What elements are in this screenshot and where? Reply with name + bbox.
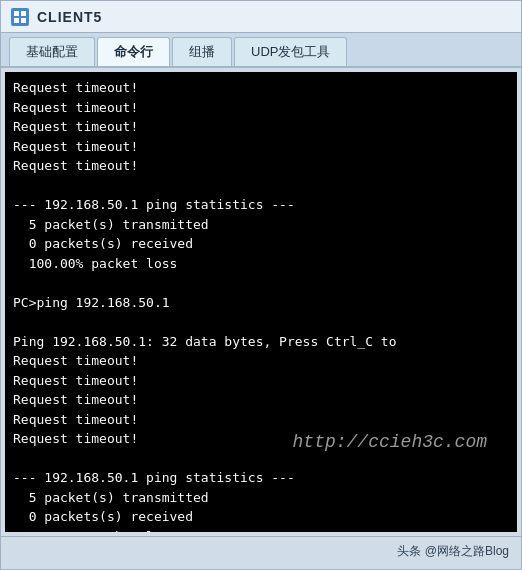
title-bar: CLIENT5 [1,1,521,33]
window-icon [11,8,29,26]
terminal-text: Request timeout! Request timeout! Reques… [13,78,509,532]
window: CLIENT5 基础配置 命令行 组播 UDP发包工具 Request time… [0,0,522,570]
svg-rect-3 [21,18,26,23]
tab-basic[interactable]: 基础配置 [9,37,95,66]
tab-udp[interactable]: UDP发包工具 [234,37,347,66]
tab-cmd[interactable]: 命令行 [97,37,170,66]
svg-rect-0 [14,11,19,16]
window-title: CLIENT5 [37,9,102,25]
tab-bar: 基础配置 命令行 组播 UDP发包工具 [1,33,521,68]
tab-multicast[interactable]: 组播 [172,37,232,66]
svg-rect-1 [21,11,26,16]
footer: 头条 @网络之路Blog [1,536,521,566]
svg-rect-2 [14,18,19,23]
footer-label: 头条 @网络之路Blog [397,543,509,560]
terminal-output[interactable]: Request timeout! Request timeout! Reques… [5,72,517,532]
